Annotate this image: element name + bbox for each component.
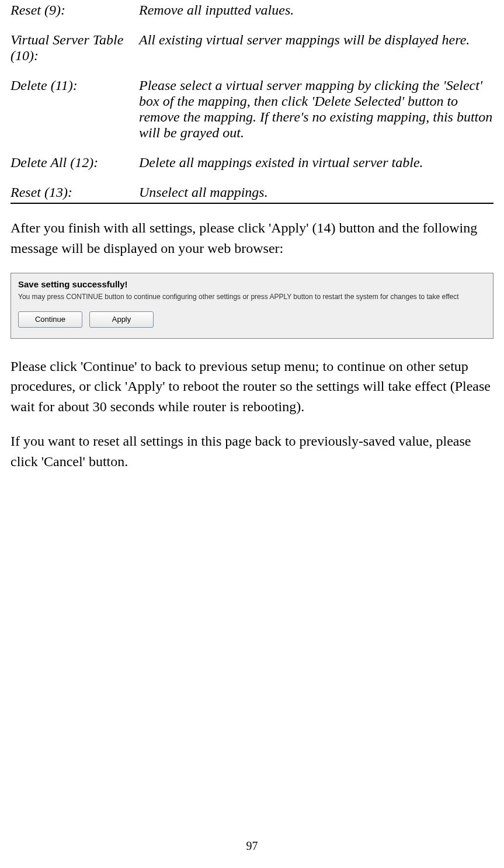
definition-label: Delete (11): xyxy=(11,78,139,141)
continue-button[interactable]: Continue xyxy=(18,311,82,328)
definition-desc: Unselect all mappings. xyxy=(139,185,493,200)
definition-row: Reset (9): Remove all inputted values. xyxy=(11,2,493,18)
definition-label: Reset (13): xyxy=(11,185,139,200)
dialog-message: You may press CONTINUE button to continu… xyxy=(11,293,493,311)
save-setting-dialog: Save setting successfully! You may press… xyxy=(11,273,493,339)
definition-desc: Please select a virtual server mapping b… xyxy=(139,78,493,141)
paragraph-cancel-instruction: If you want to reset all settings in thi… xyxy=(11,431,493,472)
definition-desc: All existing virtual server mappings wil… xyxy=(139,32,493,64)
definition-row: Delete All (12): Delete all mappings exi… xyxy=(11,155,493,171)
apply-button[interactable]: Apply xyxy=(89,311,154,328)
paragraph-continue-instruction: Please click 'Continue' to back to previ… xyxy=(11,356,493,417)
paragraph-apply-instruction: After you finish with all settings, plea… xyxy=(11,218,493,259)
definition-row: Delete (11): Please select a virtual ser… xyxy=(11,78,493,141)
page-number: 97 xyxy=(11,839,493,853)
definition-label: Reset (9): xyxy=(11,2,139,18)
dialog-button-row: Continue Apply xyxy=(11,311,493,338)
dialog-title: Save setting successfully! xyxy=(11,273,493,293)
definition-label: Delete All (12): xyxy=(11,155,139,171)
definition-label: Virtual Server Table (10): xyxy=(11,32,139,64)
definition-row: Reset (13): Unselect all mappings. xyxy=(11,185,493,204)
definition-desc: Remove all inputted values. xyxy=(139,2,493,18)
definitions-list: Reset (9): Remove all inputted values. V… xyxy=(11,2,493,204)
definition-row: Virtual Server Table (10): All existing … xyxy=(11,32,493,64)
definition-desc: Delete all mappings existed in virtual s… xyxy=(139,155,493,171)
